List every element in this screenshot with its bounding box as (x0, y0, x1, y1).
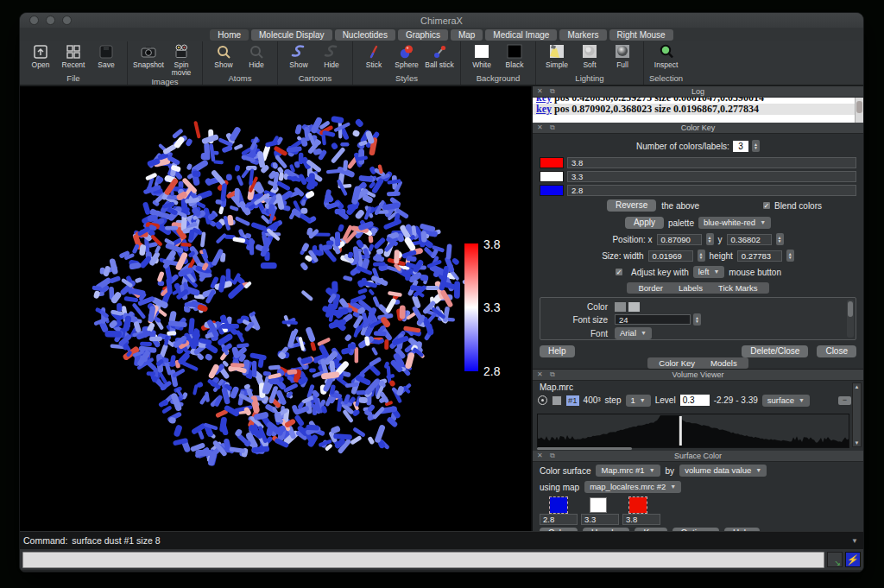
size-height-field[interactable]: 0.27783 (737, 250, 782, 262)
volume-scrollbar[interactable]: ▲▼ (852, 383, 862, 447)
tab-medical-image[interactable]: Medical Image (485, 29, 557, 41)
position-y-field[interactable]: 0.36802 (727, 234, 772, 245)
tab-home[interactable]: Home (210, 29, 249, 41)
command-history-chevron-icon[interactable]: ▼ (851, 537, 860, 545)
group-scrollbar[interactable] (847, 300, 854, 338)
display-style-dropdown[interactable]: surface▼ (762, 395, 810, 407)
size-height-stepper[interactable]: ▲▼ (786, 250, 794, 262)
stick-button[interactable]: Stick (358, 43, 389, 69)
tab-markers[interactable]: Markers (559, 29, 606, 41)
key-label-field[interactable]: 3.3 (567, 171, 856, 182)
model-id-chip[interactable]: #1 (566, 395, 579, 406)
volume-histogram[interactable] (537, 414, 849, 448)
key-color-swatch[interactable] (540, 171, 564, 182)
reverse-button[interactable]: Reverse (607, 199, 656, 212)
color-by-dropdown[interactable]: volume data value▼ (679, 465, 767, 477)
tab-labels[interactable]: Labels (671, 282, 710, 294)
simple-lighting-button[interactable]: Simple (541, 43, 572, 69)
tab-map[interactable]: Map (451, 29, 483, 41)
color-button[interactable]: Color (540, 528, 578, 531)
histogram-hscrollbar[interactable] (537, 447, 632, 450)
resize-handle-icon[interactable] (827, 552, 843, 567)
volume-color-swatch[interactable] (552, 395, 562, 406)
atoms-hide-button[interactable]: Hide (241, 43, 272, 69)
key-button[interactable]: Key (635, 528, 666, 531)
ball-stick-button[interactable]: Ball stick (424, 43, 455, 69)
apply-button[interactable]: Apply (625, 217, 664, 229)
key-color-swatch[interactable] (540, 157, 564, 168)
num-colors-stepper[interactable]: ▲▼ (752, 140, 760, 152)
size-width-stepper[interactable]: ▲▼ (698, 250, 705, 262)
tab-color-key[interactable]: Color Key (651, 357, 703, 369)
options-button[interactable]: Options (672, 528, 719, 531)
threshold-value-field[interactable]: 2.8 (540, 514, 578, 525)
step-dropdown[interactable]: 1▼ (626, 395, 651, 407)
threshold-color-swatch[interactable] (629, 497, 647, 513)
position-x-field[interactable]: 0.87090 (657, 234, 702, 245)
close-button[interactable]: Close (817, 345, 856, 357)
position-x-stepper[interactable]: ▲▼ (706, 233, 714, 245)
key-label-field[interactable]: 3.8 (567, 157, 856, 168)
open-button[interactable]: Open (25, 43, 56, 69)
threshold-value-field[interactable]: 3.8 (622, 514, 660, 525)
font-dropdown[interactable]: Arial▼ (615, 327, 652, 339)
surface-color-titlebar[interactable]: ✕ ⧉ Surface Color (533, 451, 863, 462)
cartoons-hide-button[interactable]: Hide (316, 43, 347, 69)
help-button[interactable]: Help (724, 528, 760, 531)
recent-button[interactable]: Recent (58, 43, 89, 69)
soft-lighting-button[interactable]: Soft (574, 43, 605, 69)
font-size-field[interactable]: 24 (615, 314, 691, 325)
full-lighting-button[interactable]: Full (607, 43, 638, 69)
help-button[interactable]: Help (540, 345, 575, 357)
font-size-stepper[interactable]: ▲▼ (693, 313, 701, 326)
threshold-color-swatch[interactable] (550, 497, 567, 513)
graphics-viewport[interactable]: 3.8 3.3 2.8 (20, 86, 531, 531)
delete-close-button[interactable]: Delete/Close (742, 345, 808, 357)
log-panel[interactable]: key pos 0.420650,0.259275 size 0.0001047… (533, 98, 863, 123)
surface-dropdown[interactable]: Map.mrc #1▼ (596, 465, 660, 477)
label-color-swatch-alt[interactable] (628, 302, 640, 312)
threshold-color-swatch[interactable] (590, 497, 607, 513)
using-map-dropdown[interactable]: map_localres.mrc #2▼ (584, 481, 681, 493)
mouse-button-dropdown[interactable]: left▼ (693, 266, 725, 278)
color-key-panel-titlebar[interactable]: ✕ ⧉ Color Key (533, 123, 863, 134)
level-field[interactable]: 0.3 (680, 395, 710, 406)
atoms-show-button[interactable]: Show (208, 43, 239, 69)
key-label-field[interactable]: 2.8 (567, 185, 856, 196)
position-y-stepper[interactable]: ▲▼ (776, 233, 784, 245)
size-width-field[interactable]: 0.01969 (648, 250, 693, 262)
tab-tick-marks[interactable]: Tick Marks (710, 282, 766, 294)
rapid-command-icon[interactable]: ⚡ (845, 552, 861, 567)
sphere-button[interactable]: Sphere (391, 43, 422, 69)
tab-nucleotides[interactable]: Nucleotides (335, 29, 395, 41)
black-background-button[interactable]: Black (499, 43, 530, 69)
tab-border[interactable]: Border (630, 282, 671, 294)
volume-viewer-titlebar[interactable]: ✕ ⧉ Volume Viewer (533, 370, 863, 381)
tab-molecule-display[interactable]: Molecule Display (251, 29, 332, 41)
cartoons-show-button[interactable]: Show (283, 43, 314, 69)
threshold-value-field[interactable]: 3.3 (581, 514, 619, 525)
log-key-link[interactable]: key (536, 103, 552, 115)
label-color-swatch[interactable] (615, 302, 626, 312)
log-panel-titlebar[interactable]: ✕ ⧉ Log (533, 86, 863, 98)
command-input[interactable]: surface dust #1 size 8 (72, 535, 160, 546)
command-line-bar[interactable]: Command: surface dust #1 size 8 ▼ (20, 531, 863, 549)
tab-graphics[interactable]: Graphics (398, 29, 448, 41)
white-background-button[interactable]: White (466, 43, 497, 69)
title-bar[interactable]: ChimeraX (20, 13, 863, 28)
collapse-button[interactable]: − (838, 396, 851, 405)
blend-colors-checkbox[interactable]: ✓ (762, 201, 771, 210)
num-colors-field[interactable]: 3 (733, 141, 748, 152)
uncolor-button[interactable]: Uncolor (583, 528, 629, 531)
snapshot-button[interactable]: Snapshot (133, 43, 164, 69)
inspect-button[interactable]: Inspect (651, 43, 682, 69)
log-scrollbar[interactable] (855, 98, 863, 123)
visibility-eye-icon[interactable] (538, 395, 547, 405)
save-button[interactable]: Save (91, 43, 122, 69)
tab-models[interactable]: Models (703, 357, 745, 369)
tab-right-mouse[interactable]: Right Mouse (609, 29, 673, 41)
key-color-swatch[interactable] (540, 185, 564, 196)
adjust-key-checkbox[interactable]: ✓ (615, 268, 623, 276)
spin-movie-button[interactable]: Spin movie (166, 43, 197, 77)
palette-dropdown[interactable]: blue-white-red▼ (698, 217, 771, 229)
